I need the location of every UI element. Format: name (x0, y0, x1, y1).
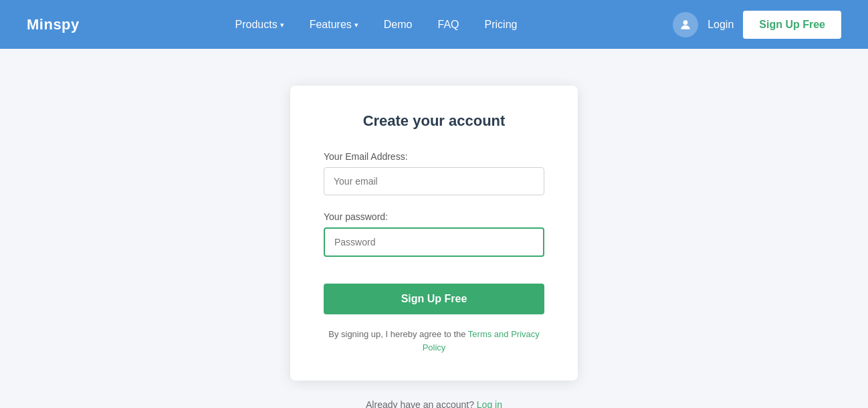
login-redirect-link[interactable]: Log in (477, 399, 502, 408)
password-input[interactable] (324, 227, 544, 257)
nav-item-features[interactable]: Features ▾ (300, 13, 368, 36)
svg-point-0 (683, 20, 688, 25)
signup-card: Create your account Your Email Address: … (290, 86, 578, 381)
email-label: Your Email Address: (324, 151, 544, 162)
main-content: Create your account Your Email Address: … (0, 49, 868, 408)
login-link[interactable]: Login (703, 13, 738, 36)
chevron-down-icon: ▾ (280, 21, 284, 29)
nav-signup-button[interactable]: Sign Up Free (743, 11, 841, 39)
email-input[interactable] (324, 167, 544, 195)
site-logo[interactable]: Minspy (27, 16, 80, 33)
terms-text: By signing up, I hereby agree to the Ter… (324, 328, 544, 354)
nav-item-products[interactable]: Products ▾ (226, 13, 294, 36)
user-icon (673, 12, 698, 37)
nav-item-pricing[interactable]: Pricing (475, 13, 527, 36)
nav-links: Products ▾ Features ▾ Demo FAQ Pricing (226, 13, 527, 36)
nav-right: Login Sign Up Free (673, 11, 841, 39)
signup-button[interactable]: Sign Up Free (324, 284, 544, 314)
already-account-text: Already have an account? Log in (366, 399, 502, 408)
nav-item-demo[interactable]: Demo (374, 13, 422, 36)
form-title: Create your account (324, 112, 544, 130)
email-group: Your Email Address: (324, 151, 544, 195)
chevron-down-icon: ▾ (354, 21, 358, 29)
password-group: Your password: (324, 211, 544, 257)
nav-item-faq[interactable]: FAQ (429, 13, 469, 36)
password-label: Your password: (324, 211, 544, 222)
navbar: Minspy Products ▾ Features ▾ Demo FAQ Pr… (0, 0, 868, 49)
